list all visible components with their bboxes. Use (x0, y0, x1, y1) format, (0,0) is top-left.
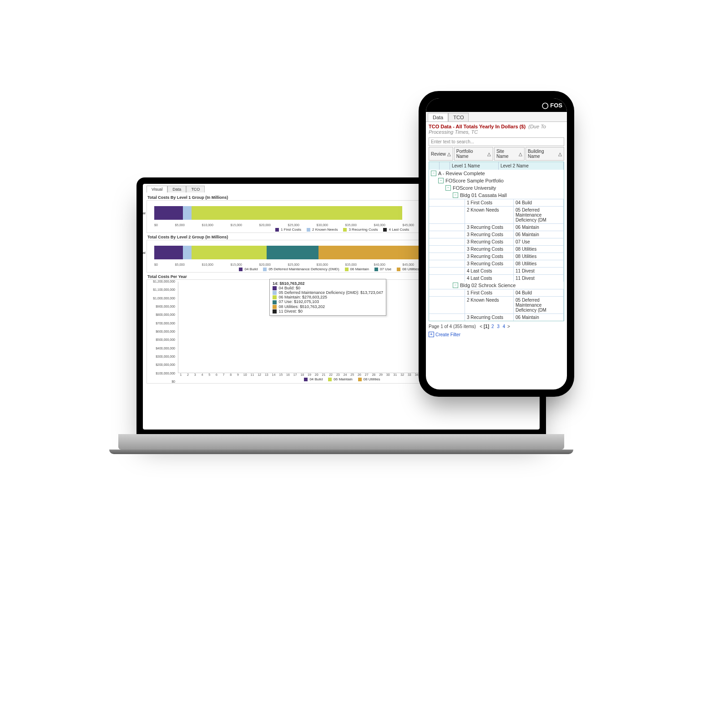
grid-header-row: Level 1 Name Level 2 Name (429, 162, 564, 170)
pager-page[interactable]: 2 (491, 324, 494, 329)
rows-building1: 1 First Costs04 Build2 Known Needs05 Def… (429, 199, 564, 282)
data-grid[interactable]: Level 1 Name Level 2 Name −A - Review Co… (429, 162, 564, 321)
data-row[interactable]: 1 First Costs04 Build (429, 199, 564, 206)
laptop-base (118, 434, 564, 450)
data-row[interactable]: 1 First Costs04 Build (429, 289, 564, 296)
pager[interactable]: Page 1 of 4 (355 items) < [1] 2 3 4 > (426, 322, 567, 331)
pager-page: [1] (484, 324, 489, 329)
tree-building1: −A - Review Complete−FOScore Sample Port… (429, 170, 564, 199)
data-row[interactable]: 3 Recurring Costs06 Maintain (429, 223, 564, 231)
data-row[interactable]: 4 Last Costs11 Divest (429, 274, 564, 282)
collapse-icon[interactable]: − (453, 283, 458, 288)
create-filter-link[interactable]: + Create Filter (426, 331, 567, 338)
plus-icon: + (429, 332, 434, 337)
tree-row[interactable]: −Bldg 02 Schrock Science (429, 282, 564, 289)
column-headers: Review △Portfolio Name △Site Name △Build… (429, 147, 564, 161)
pager-prev[interactable]: < (480, 324, 482, 329)
pager-next[interactable]: > (507, 324, 510, 329)
data-row[interactable]: 3 Recurring Costs06 Maintain (429, 231, 564, 238)
chart2-ylabel: Total (143, 251, 146, 255)
collapse-icon[interactable]: − (431, 171, 436, 176)
data-row[interactable]: 4 Last Costs11 Divest (429, 267, 564, 274)
tree-row[interactable]: −FOScore Sample Portfolio (429, 177, 564, 184)
tree-row[interactable]: −A - Review Complete (429, 170, 564, 177)
tab-visual[interactable]: Visual (147, 186, 167, 192)
pager-page[interactable]: 3 (497, 324, 500, 329)
header-cell[interactable]: Building Name △ (526, 147, 564, 161)
laptop-foot (109, 450, 573, 454)
phone-device: ◯ FOS DataTCO TCO Data - All Totals Year… (419, 91, 574, 397)
sort-icon: △ (519, 152, 522, 157)
collapse-icon[interactable]: − (438, 178, 444, 183)
phone-notch (467, 98, 526, 108)
search-input[interactable]: Enter text to search... (429, 137, 564, 146)
tree-row[interactable]: −Bldg 01 Cassata Hall (429, 192, 564, 199)
tab-data[interactable]: Data (167, 186, 186, 192)
data-row[interactable]: 3 Recurring Costs06 Maintain (429, 313, 564, 321)
brand-logo: ◯ FOS (542, 102, 562, 109)
rows-building2: 1 First Costs04 Build2 Known Needs05 Def… (429, 289, 564, 321)
phone-screen: ◯ FOS DataTCO TCO Data - All Totals Year… (426, 98, 567, 389)
header-cell[interactable]: Review △ (429, 147, 453, 161)
chart1-ylabel: Total (143, 211, 146, 215)
grid-header-l2: Level 2 Name (499, 162, 564, 170)
data-row[interactable]: 2 Known Needs05 Deferred Maintenance Def… (429, 206, 564, 223)
data-row[interactable]: 3 Recurring Costs08 Utilities (429, 260, 564, 267)
tab-tco[interactable]: TCO (186, 186, 205, 192)
collapse-icon[interactable]: − (445, 185, 451, 191)
phone-tab-data[interactable]: Data (428, 113, 448, 121)
phone-tab-tco[interactable]: TCO (448, 113, 469, 121)
tco-title: TCO Data - All Totals Yearly In Dollars … (426, 122, 567, 136)
data-row[interactable]: 3 Recurring Costs08 Utilities (429, 245, 564, 253)
data-row[interactable]: 2 Known Needs05 Deferred Maintenance Def… (429, 296, 564, 313)
header-cell[interactable]: Portfolio Name △ (454, 147, 493, 161)
data-row[interactable]: 3 Recurring Costs08 Utilities (429, 253, 564, 260)
sort-icon: △ (447, 152, 451, 157)
phone-tabs: DataTCO (426, 112, 567, 122)
sort-icon: △ (558, 152, 562, 157)
tree-row[interactable]: −FOScore University (429, 184, 564, 192)
collapse-icon[interactable]: − (453, 192, 458, 198)
sort-icon: △ (487, 152, 491, 157)
data-row[interactable]: 3 Recurring Costs07 Use (429, 238, 564, 245)
tree-building2: −Bldg 02 Schrock Science (429, 282, 564, 289)
grid-header-l1: Level 1 Name (450, 162, 499, 170)
chart3-tooltip: 14: $510,763,202 04 Build: $0 05 Deferre… (269, 279, 386, 316)
pager-page[interactable]: 4 (503, 324, 506, 329)
header-cell[interactable]: Site Name △ (494, 147, 525, 161)
chart3-yaxis: $1,200,000,000$1,100,000,000$1,000,000,0… (149, 280, 175, 383)
